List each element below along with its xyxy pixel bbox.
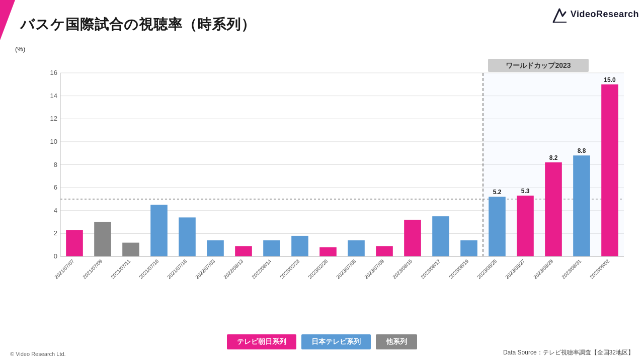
svg-text:2022/08/13: 2022/08/13 xyxy=(222,258,244,280)
logo-text: VideoResearch xyxy=(571,9,639,20)
svg-text:4: 4 xyxy=(54,207,57,214)
svg-rect-38 xyxy=(263,240,280,256)
y-axis-label: (%) xyxy=(15,45,25,53)
svg-rect-40 xyxy=(291,236,308,256)
svg-rect-28 xyxy=(122,243,139,256)
svg-text:5.3: 5.3 xyxy=(521,188,530,195)
svg-text:0: 0 xyxy=(54,252,57,260)
svg-rect-32 xyxy=(179,217,196,256)
svg-rect-36 xyxy=(235,246,252,256)
svg-rect-57 xyxy=(517,196,534,256)
svg-text:2023/02/26: 2023/02/26 xyxy=(307,258,329,280)
svg-text:2023/07/09: 2023/07/09 xyxy=(363,258,385,280)
footer-datasource: Data Source：テレビ視聴率調査【全国32地区】 xyxy=(503,348,634,357)
svg-text:2023/09/02: 2023/09/02 xyxy=(589,258,610,280)
svg-text:2023/02/23: 2023/02/23 xyxy=(279,258,300,280)
chart-inner: 0246810121416ワールドカップ20232021/07/072021/0… xyxy=(38,58,629,284)
svg-text:2021/07/18: 2021/07/18 xyxy=(166,258,188,280)
svg-text:2023/08/31: 2023/08/31 xyxy=(560,258,582,280)
svg-text:2023/08/17: 2023/08/17 xyxy=(420,258,441,280)
footer-copyright: © Video Research Ltd. xyxy=(10,351,66,357)
logo-icon xyxy=(552,5,568,23)
legend-label-gray: 他系列 xyxy=(376,334,417,349)
svg-text:2023/08/25: 2023/08/25 xyxy=(476,258,498,280)
svg-rect-24 xyxy=(66,230,83,256)
legend-label-blue: 日本テレビ系列 xyxy=(301,334,371,349)
svg-text:15.0: 15.0 xyxy=(604,76,616,83)
svg-text:2021/07/09: 2021/07/09 xyxy=(82,258,103,280)
svg-text:2023/08/19: 2023/08/19 xyxy=(448,258,469,280)
svg-rect-42 xyxy=(319,247,337,256)
svg-text:ワールドカップ2023: ワールドカップ2023 xyxy=(506,61,571,69)
svg-rect-34 xyxy=(207,240,224,256)
svg-rect-66 xyxy=(601,84,618,256)
svg-text:2: 2 xyxy=(54,229,57,237)
svg-text:2021/07/16: 2021/07/16 xyxy=(138,258,159,280)
legend: テレビ朝日系列 日本テレビ系列 他系列 xyxy=(227,334,417,349)
svg-rect-52 xyxy=(460,240,477,256)
svg-text:2023/07/08: 2023/07/08 xyxy=(335,258,357,280)
svg-rect-63 xyxy=(573,155,590,256)
svg-rect-60 xyxy=(545,162,562,256)
svg-text:2021/07/07: 2021/07/07 xyxy=(53,258,75,280)
svg-text:2022/07/03: 2022/07/03 xyxy=(194,258,216,280)
svg-text:8: 8 xyxy=(54,161,57,168)
legend-item-pink: テレビ朝日系列 xyxy=(227,334,296,349)
chart-area: (%) 0246810121416ワールドカップ20232021/07/0720… xyxy=(15,40,634,312)
svg-rect-30 xyxy=(150,205,168,256)
svg-rect-50 xyxy=(432,216,449,256)
svg-text:5.2: 5.2 xyxy=(493,189,502,196)
svg-text:16: 16 xyxy=(50,69,57,76)
svg-rect-26 xyxy=(94,222,111,256)
svg-rect-54 xyxy=(489,197,506,256)
svg-text:2023/08/29: 2023/08/29 xyxy=(532,258,554,280)
legend-item-gray: 他系列 xyxy=(376,334,417,349)
page-title: バスケ国際試合の視聴率（時系列） xyxy=(20,15,256,34)
svg-text:2022/08/14: 2022/08/14 xyxy=(251,258,272,280)
svg-text:2023/08/27: 2023/08/27 xyxy=(504,258,526,280)
svg-text:2021/07/11: 2021/07/11 xyxy=(110,258,131,280)
header-logo: VideoResearch xyxy=(552,5,639,23)
svg-rect-48 xyxy=(404,220,421,256)
svg-rect-46 xyxy=(376,246,393,256)
svg-text:6: 6 xyxy=(54,184,57,191)
svg-text:10: 10 xyxy=(50,138,57,145)
svg-text:8.2: 8.2 xyxy=(549,154,558,161)
svg-text:14: 14 xyxy=(50,92,57,100)
legend-item-blue: 日本テレビ系列 xyxy=(301,334,371,349)
svg-text:8.8: 8.8 xyxy=(578,147,586,154)
svg-text:2023/08/15: 2023/08/15 xyxy=(391,258,413,280)
corner-decoration xyxy=(0,0,15,40)
legend-label-pink: テレビ朝日系列 xyxy=(227,334,296,349)
svg-text:12: 12 xyxy=(50,115,57,122)
svg-rect-44 xyxy=(348,240,365,256)
